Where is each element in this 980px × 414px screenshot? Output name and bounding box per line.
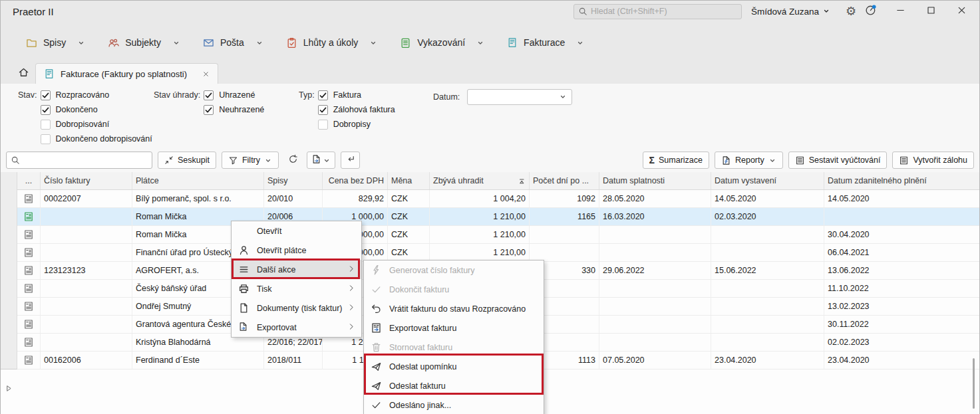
submenu-item-vr-tit-fakturu-do-stavu-rozpracov-no[interactable]: Vrátit fakturu do stavu Rozpracováno <box>364 299 544 318</box>
column-header-m-na[interactable]: Měna <box>388 172 430 189</box>
context-menu-item-otev-t[interactable]: Otevřít <box>232 221 361 241</box>
submenu-item-dokon-it-fakturu[interactable]: Dokončit fakturu <box>364 280 544 299</box>
menubar-item-fakturace[interactable]: Fakturace <box>500 33 591 52</box>
submenu-item-odesl-no-jinak[interactable]: Odesláno jinak... <box>364 395 544 414</box>
menu-item-label: Exportovat <box>257 323 297 332</box>
home-button[interactable] <box>11 63 35 84</box>
help-button[interactable] <box>861 3 881 20</box>
submenu-item-generovat-slo-faktury[interactable]: Generovat číslo faktury <box>364 260 544 280</box>
context-menu-item-otev-t-pl-tce[interactable]: Otevřít plátce <box>232 241 361 260</box>
cell-zb-v-uhradit: 1 210,00 <box>430 208 530 225</box>
filter-option-dokon-eno[interactable]: Dokončeno <box>41 102 152 117</box>
cell-slo-faktury: 00162006 <box>41 352 132 369</box>
table-row[interactable]: 00022007Bílý pomeranč, spol. s r.o.20/01… <box>17 190 979 208</box>
column-header-datum-splatnosti[interactable]: Datum splatnosti <box>599 172 711 189</box>
context-menu-item-exportovat[interactable]: Exportovat <box>232 318 361 337</box>
seskupit-button[interactable]: Seskupit <box>158 152 216 169</box>
column-header-datum-vystaven[interactable]: Datum vystavení <box>711 172 824 189</box>
checkbox-checked[interactable] <box>318 90 328 100</box>
sort-ascending-icon[interactable] <box>518 177 526 185</box>
context-menu-item-dal-akce[interactable]: Další akce <box>232 260 361 279</box>
settings-button[interactable]: ⚙ <box>841 3 861 20</box>
column-header-icon[interactable]: ... <box>17 172 41 189</box>
filter-option-rozpracov-no[interactable]: Rozpracováno <box>41 88 152 102</box>
datum-dropdown[interactable] <box>467 89 572 105</box>
filter-option-dobropisy[interactable]: Dobropisy <box>318 117 395 132</box>
column-header-po-et-dn-po[interactable]: Počet dní po ... <box>530 172 599 189</box>
refresh-button[interactable] <box>284 152 301 169</box>
vertical-scrollbar[interactable] <box>973 358 975 409</box>
cell-datum-vystaven <box>711 298 824 315</box>
checkbox-checked[interactable] <box>204 90 214 100</box>
user-name: Šmídová Zuzana <box>751 7 819 17</box>
column-header-datum-zdaniteln-ho-pln-n[interactable]: Datum zdanitelného plnění <box>824 172 980 189</box>
table-toolbar: Seskupit Filtry Σ Sumarizace Reporty Ses… <box>1 148 979 172</box>
filter-option-label: Dokončeno dobropisování <box>56 134 152 144</box>
chevron-down-icon <box>476 39 484 47</box>
filter-group-label: Typ: <box>299 88 315 132</box>
close-button[interactable] <box>950 3 973 20</box>
checkbox-checked[interactable] <box>204 105 214 115</box>
menubar-item-po-ta[interactable]: Pošta <box>196 33 270 52</box>
checkbox-checked[interactable] <box>41 105 51 115</box>
table-row[interactable]: Finanční úřad pro Ústecký kraj1 000,00CZ… <box>17 244 979 262</box>
table-search-input[interactable] <box>23 155 148 165</box>
checkbox-unchecked[interactable] <box>318 120 328 130</box>
menu-lines-icon <box>238 264 249 275</box>
menu-item-label: Dokumenty (tisk faktur) <box>257 304 343 313</box>
sestavit-vyuctovani-button[interactable]: Sestavit vyúčtování <box>788 152 888 169</box>
cell-datum-zdaniteln-ho-pln-n: 06.04.2021 <box>824 244 980 261</box>
menu-item-label: Další akce <box>257 265 295 274</box>
filter-option-uhrazen[interactable]: Uhrazené <box>204 88 264 102</box>
cell-datum-splatnosti <box>599 298 711 315</box>
global-search[interactable] <box>573 4 742 19</box>
tab-close-icon[interactable] <box>202 70 210 78</box>
column-header-cena-bez-dph[interactable]: Cena bez DPH <box>323 172 388 189</box>
enter-button[interactable] <box>341 152 360 169</box>
menubar-item-subjekty[interactable]: Subjekty <box>101 33 187 52</box>
table-row[interactable]: Roman Mička1 000,00CZK1 210,0030.04.2020 <box>17 226 979 244</box>
filter-option-dobropisov-n[interactable]: Dobropisování <box>41 117 152 132</box>
filtry-button[interactable]: Filtry <box>222 152 279 169</box>
submenu-item-exportovat-fakturu[interactable]: Exportovat fakturu <box>364 318 544 338</box>
filter-option-z-lohov-faktura[interactable]: Zálohová faktura <box>318 102 395 117</box>
checkbox-checked[interactable] <box>41 90 51 100</box>
submenu-item-odeslat-upom-nku[interactable]: Odeslat upomínku <box>364 357 544 376</box>
tab-fakturace[interactable]: Fakturace (Faktury po splatnosti) <box>35 63 218 84</box>
global-search-input[interactable] <box>591 7 737 16</box>
context-menu-item-dokumenty-tisk-faktur[interactable]: Dokumenty (tisk faktur) <box>232 298 361 318</box>
menubar-item-lh-ty-a-koly[interactable]: Lhůty a úkoly <box>279 33 385 52</box>
vytvorit-zalohu-button[interactable]: Vytvořit zálohu <box>892 152 974 169</box>
enter-icon <box>345 154 355 167</box>
context-menu-item-tisk[interactable]: Tisk <box>232 279 361 298</box>
column-header-label: Plátce <box>136 176 159 185</box>
sumarizace-button[interactable]: Σ Sumarizace <box>643 152 709 169</box>
maximize-button[interactable] <box>919 3 942 20</box>
submenu-item-odeslat-fakturu[interactable]: Odeslat fakturu <box>364 376 544 395</box>
filter-option-dokon-eno-dobropisov-n[interactable]: Dokončeno dobropisování <box>41 132 152 146</box>
invoice-row-icon <box>23 301 34 312</box>
user-menu[interactable]: Šmídová Zuzana <box>751 7 830 17</box>
column-header-slo-faktury[interactable]: Číslo faktury <box>41 172 132 189</box>
cell-datum-splatnosti <box>599 244 711 261</box>
submenu-item-stornovat-fakturu[interactable]: Stornovat fakturu <box>364 338 544 357</box>
filter-option-faktura[interactable]: Faktura <box>318 88 395 102</box>
export-button[interactable] <box>307 152 335 169</box>
column-header-spisy[interactable]: Spisy <box>264 172 323 189</box>
column-header-zb-v-uhradit[interactable]: Zbývá uhradit <box>430 172 530 189</box>
checkbox-unchecked[interactable] <box>41 120 51 130</box>
menubar-item-spisy[interactable]: Spisy <box>19 33 92 52</box>
titlebar: Praetor II Šmídová Zuzana ⚙ <box>1 1 979 22</box>
checkbox-unchecked[interactable] <box>41 134 51 144</box>
column-header-pl-tce[interactable]: Plátce <box>132 172 264 189</box>
invoice-row-icon <box>23 265 34 276</box>
menubar-item-vykazov-n[interactable]: Vykazování <box>393 33 491 52</box>
filter-option-neuhrazen[interactable]: Neuhrazené <box>204 102 264 117</box>
reporty-button[interactable]: Reporty <box>715 152 783 169</box>
table-search[interactable] <box>6 152 152 169</box>
checkbox-checked[interactable] <box>318 105 328 115</box>
doc-lines-icon <box>795 155 805 165</box>
menu-item-label: Odeslat upomínku <box>389 362 456 371</box>
table-row[interactable]: Roman Mička20/0061 000,00CZK1 210,001165… <box>17 208 979 226</box>
minimize-button[interactable] <box>889 3 911 20</box>
